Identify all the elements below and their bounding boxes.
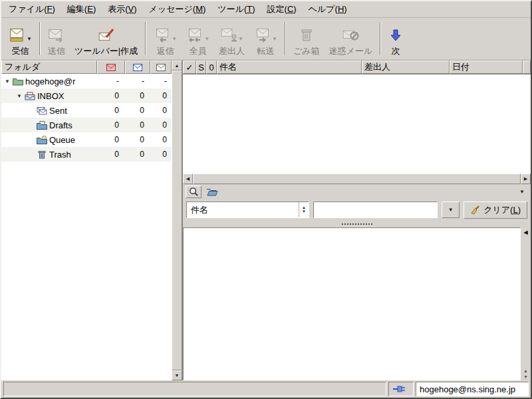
send-button[interactable]: 送信 [43,19,70,58]
folder-row-inbox[interactable]: ▼ INBOX 0 0 0 [1,88,172,103]
search-button[interactable] [186,186,201,198]
trash-button[interactable]: ごみ箱 [289,19,325,58]
message-list-hscrollbar[interactable]: ◀ ▶ [183,174,531,184]
junk-label: 迷惑メール [329,46,373,56]
message-list-body[interactable] [183,74,531,174]
mark-column-header[interactable]: ✓ [183,61,196,74]
total-mail-column-icon [156,64,166,71]
folder-row-account[interactable]: ▼ hogehoge@r - - - [1,74,172,88]
junk-mail-icon [342,27,359,43]
date-column-header[interactable]: 日付 [450,61,523,74]
total-count: 0 [150,150,172,159]
menu-edit[interactable]: 編集(E) [61,1,102,17]
pane-collapse-icon[interactable]: ◀ [523,229,527,235]
menu-view[interactable]: 表示(V) [102,1,142,17]
new-count: 0 [97,135,125,144]
junk-button[interactable]: 迷惑メール [325,19,378,58]
unread-mail-column-header[interactable] [125,61,150,74]
reply-all-label: 全員 [190,46,207,56]
scroll-left-icon[interactable]: ◀ [183,174,193,184]
new-count: 0 [97,106,125,115]
message-list-header: ✓ S 0 件名 差出人 日付 [183,61,531,74]
scroll-down-icon[interactable]: ▼ [172,370,182,380]
scroll-down-icon[interactable]: ▼ [523,374,528,379]
folder-row-drafts[interactable]: Drafts 0 0 0 [1,118,172,132]
menu-bar: ファイル(F) 編集(E) 表示(V) メッセージ(M) ツール(T) 設定(C… [1,1,531,17]
quick-search-controls: 件名 ▲▼ ▼ クリア(L) [183,199,531,221]
send-label: 送信 [48,46,65,56]
reply-all-button[interactable]: ▼ 全員 [182,19,214,58]
menu-file[interactable]: ファイル(F) [3,1,61,17]
new-mail-column-header[interactable] [97,61,125,74]
folder-row-queue[interactable]: Queue 0 0 0 [1,132,172,147]
folder-pane-scrollbar[interactable]: ▲ ▼ [172,61,182,380]
folder-label: Sent [49,106,97,116]
expander-icon[interactable]: ▼ [3,78,12,84]
attachment-column-header[interactable]: 0 [206,61,217,74]
dropdown-arrow-icon[interactable]: ▼ [204,36,209,42]
search-field-selector[interactable]: 件名 ▲▼ [186,201,309,218]
clear-broom-icon [470,205,480,215]
pane-splitter[interactable] [183,221,531,227]
search-input[interactable] [313,201,438,218]
folder-label: INBOX [37,91,97,101]
new-mail-column-icon [106,64,116,71]
status-column-header[interactable]: S [196,61,206,74]
reply-all-icon [186,27,203,43]
reply-sender-button[interactable]: ▼ 差出人 [214,19,249,58]
expander-icon[interactable]: ▼ [15,93,24,99]
dropdown-arrow-icon[interactable]: ▼ [272,36,277,42]
folder-column-header[interactable]: フォルダ [1,61,97,74]
status-bar: hogehoge@ns.sing.ne.jp [1,380,531,398]
scrollbar-thumb[interactable] [172,70,182,370]
scroll-up-icon[interactable]: ▲ [172,61,182,70]
trash-folder-icon [37,150,47,159]
from-column-header[interactable]: 差出人 [362,61,450,74]
new-count: 0 [97,120,125,130]
unread-count: 0 [125,135,150,144]
folder-tree: ▼ hogehoge@r - - - ▼ INBOX 0 0 0 [1,74,172,380]
forward-button[interactable]: ▼ 転送 [249,19,282,58]
search-history-button[interactable]: ▼ [442,201,460,218]
scroll-up-icon[interactable]: ▲ [523,368,528,373]
scroll-right-icon[interactable]: ▶ [521,174,531,184]
search-collapse-icon[interactable]: ▼ [516,189,528,195]
toolbar-separator [380,22,381,55]
message-view-body[interactable] [183,227,521,380]
unread-count: - [125,76,150,86]
quick-search-bar: ▼ [183,184,531,199]
send-mail-icon [48,27,65,43]
dropdown-arrow-icon[interactable]: ▼ [27,36,32,42]
dropdown-arrow-icon[interactable]: ▼ [172,36,177,42]
total-mail-column-header[interactable] [150,61,172,74]
search-icon [189,187,199,197]
online-status-panel[interactable] [388,382,414,396]
folder-row-sent[interactable]: Sent 0 0 0 [1,103,172,118]
unread-count: 0 [125,120,150,130]
total-count: - [150,76,172,86]
open-folder-icon [206,188,218,196]
subject-column-header[interactable]: 件名 [217,61,362,74]
menu-tools[interactable]: ツール(T) [211,1,261,17]
forward-label: 転送 [257,46,275,56]
receive-button[interactable]: ▼ 受信 [4,19,37,58]
forward-icon [254,27,271,43]
compose-button[interactable]: ツールバー|作成 [70,19,142,58]
reply-button[interactable]: ▼ 返信 [149,19,182,58]
receive-label: 受信 [11,46,29,56]
dropdown-arrow-icon[interactable]: ▼ [238,36,243,42]
folder-row-trash[interactable]: Trash 0 0 0 [1,147,172,162]
menu-message[interactable]: メッセージ(M) [143,1,212,17]
menu-configuration[interactable]: 設定(C) [261,1,303,17]
message-view-area: ◀ ▲ ▼ [183,227,531,380]
menu-help[interactable]: ヘルプ(H) [303,1,353,17]
next-button[interactable]: 次 [384,19,408,58]
spinner-arrows-icon[interactable]: ▲▼ [299,202,309,217]
clear-button[interactable]: クリア(L) [464,201,527,219]
folder-label: Queue [49,135,97,145]
unread-count: 0 [125,91,150,100]
next-arrow-icon [388,27,403,43]
scrollbar-thumb[interactable] [193,174,521,184]
connection-plug-icon [392,385,410,393]
search-folder-button[interactable] [204,186,220,198]
